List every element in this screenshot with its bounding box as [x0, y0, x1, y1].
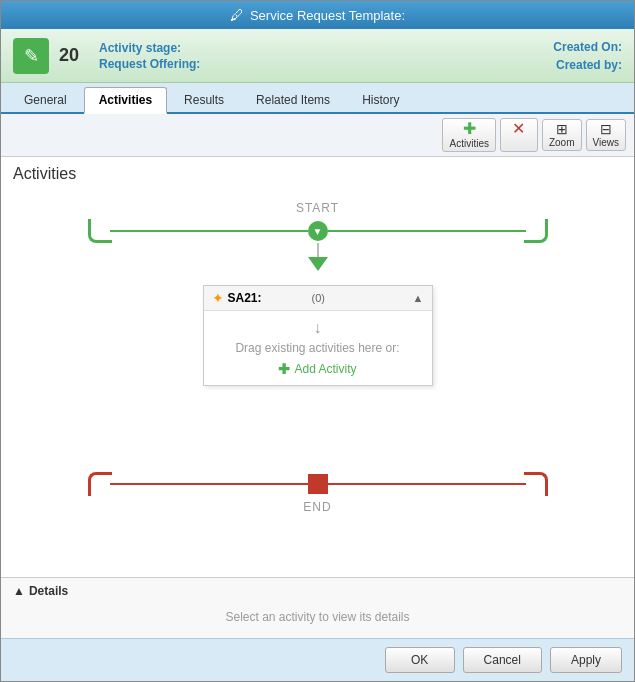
workflow-diagram: START ▼: [13, 191, 622, 524]
activity-body: ↓ Drag existing activities here or: ✚ Ad…: [204, 311, 432, 385]
activities-area: Activities START ▼: [1, 157, 634, 577]
start-line-right: [328, 230, 526, 232]
views-label: Views: [593, 137, 620, 148]
end-line-row: [88, 472, 548, 496]
views-button[interactable]: ⊟ Views: [586, 119, 627, 151]
content-wrapper: ✚ Activities ✕ ⊞ Zoom ⊟ Views Activities: [1, 114, 634, 638]
created-on-label: Created On:: [553, 40, 622, 54]
end-curve-right: [524, 472, 548, 496]
add-icon: ✚: [463, 121, 476, 137]
record-icon: ✎: [13, 38, 49, 74]
zoom-label: Zoom: [549, 137, 575, 148]
delete-label: [518, 138, 521, 149]
activities-toolbar: ✚ Activities ✕ ⊞ Zoom ⊟ Views: [1, 114, 634, 157]
tab-activities[interactable]: Activities: [84, 87, 167, 114]
tab-bar: General Activities Results Related Items…: [1, 83, 634, 114]
details-collapse-icon: ▲: [13, 584, 25, 598]
request-offering-row: Request Offering:: [99, 57, 553, 71]
created-by-label: Created by:: [556, 58, 622, 72]
created-by-row: Created by:: [553, 58, 622, 72]
created-on-row: Created On:: [553, 40, 622, 54]
add-label: Activities: [449, 138, 488, 149]
details-section: ▲ Details Select an activity to view its…: [1, 577, 634, 638]
activity-count: (0): [312, 292, 325, 304]
title-bar: 🖊 Service Request Template:: [1, 1, 634, 29]
window-icon: 🖊: [230, 7, 244, 23]
start-line-left: [110, 230, 308, 232]
tab-history[interactable]: History: [347, 87, 414, 112]
end-rect: [308, 474, 328, 494]
start-curve-right: [524, 219, 548, 243]
details-header[interactable]: ▲ Details: [13, 584, 622, 598]
main-window: 🖊 Service Request Template: ✎ 20 Activit…: [0, 0, 635, 682]
header-right: Created On: Created by:: [553, 40, 622, 72]
tab-related-items[interactable]: Related Items: [241, 87, 345, 112]
activity-header: ✦ SA21: (0) ▲: [204, 286, 432, 311]
collapse-icon[interactable]: ▲: [413, 292, 424, 304]
end-line-left: [110, 483, 308, 485]
zoom-button[interactable]: ⊞ Zoom: [542, 119, 582, 151]
start-curve-left: [88, 219, 112, 243]
details-empty-text: Select an activity to view its details: [13, 602, 622, 632]
details-title: Details: [29, 584, 68, 598]
add-activity-label: Add Activity: [294, 362, 356, 376]
activity-block-sa21[interactable]: ✦ SA21: (0) ▲ ↓ Drag existing activities…: [203, 285, 433, 386]
header-fields: Activity stage: Request Offering:: [99, 41, 553, 71]
start-line-row: ▼: [88, 219, 548, 243]
activity-stage-label: Activity stage:: [99, 41, 181, 55]
footer: OK Cancel Apply: [1, 638, 634, 681]
end-line-right: [328, 483, 526, 485]
start-label: START: [296, 201, 339, 215]
connector-start: [317, 243, 319, 257]
drag-text: Drag existing activities here or:: [212, 341, 424, 355]
views-icon: ⊟: [600, 122, 612, 136]
activity-stage-row: Activity stage:: [99, 41, 553, 55]
activity-name: SA21:: [228, 291, 262, 305]
tab-general[interactable]: General: [9, 87, 82, 112]
activity-type-icon: ✦: [212, 290, 224, 306]
apply-button[interactable]: Apply: [550, 647, 622, 673]
add-activity-link[interactable]: ✚ Add Activity: [212, 361, 424, 377]
start-circle: ▼: [308, 221, 328, 241]
tab-results[interactable]: Results: [169, 87, 239, 112]
end-curve-left: [88, 472, 112, 496]
ok-button[interactable]: OK: [385, 647, 455, 673]
start-arrow: [308, 257, 328, 271]
activity-arrow-down: ↓: [212, 319, 424, 337]
end-label: END: [303, 500, 331, 514]
window-title: Service Request Template:: [250, 8, 405, 23]
request-offering-label: Request Offering:: [99, 57, 200, 71]
v-line-top: [317, 243, 319, 257]
delete-button[interactable]: ✕: [500, 118, 538, 152]
add-activities-button[interactable]: ✚ Activities: [442, 118, 495, 152]
delete-icon: ✕: [512, 121, 525, 137]
zoom-icon: ⊞: [556, 122, 568, 136]
cancel-button[interactable]: Cancel: [463, 647, 542, 673]
add-activity-icon: ✚: [278, 361, 290, 377]
activities-heading: Activities: [13, 165, 622, 183]
header-bar: ✎ 20 Activity stage: Request Offering: C…: [1, 29, 634, 83]
record-id: 20: [59, 45, 79, 66]
